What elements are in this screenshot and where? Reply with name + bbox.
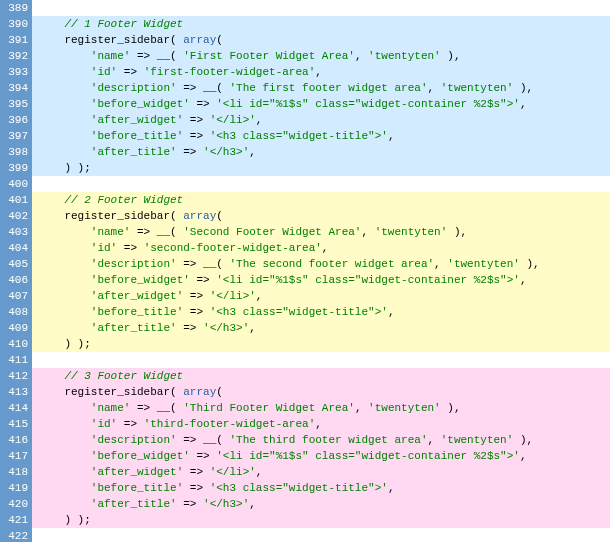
- code-line: 390 // 1 Footer Widget: [0, 16, 610, 32]
- code-content[interactable]: 'name' => __( 'Third Footer Widget Area'…: [32, 400, 610, 416]
- code-line: 405 'description' => __( 'The second foo…: [0, 256, 610, 272]
- code-content[interactable]: 'after_widget' => '</li>',: [32, 112, 610, 128]
- code-content[interactable]: [32, 0, 610, 16]
- line-number: 390: [0, 16, 32, 32]
- line-number: 403: [0, 224, 32, 240]
- line-number: 406: [0, 272, 32, 288]
- code-content[interactable]: 'description' => __( 'The first footer w…: [32, 80, 610, 96]
- line-number: 422: [0, 528, 32, 542]
- code-content[interactable]: 'before_title' => '<h3 class="widget-tit…: [32, 304, 610, 320]
- code-content[interactable]: 'name' => __( 'First Footer Widget Area'…: [32, 48, 610, 64]
- code-line: 393 'id' => 'first-footer-widget-area',: [0, 64, 610, 80]
- code-content[interactable]: ) );: [32, 336, 610, 352]
- line-number: 415: [0, 416, 32, 432]
- code-content[interactable]: register_sidebar( array(: [32, 208, 610, 224]
- code-line: 397 'before_title' => '<h3 class="widget…: [0, 128, 610, 144]
- code-line: 421 ) );: [0, 512, 610, 528]
- code-line: 408 'before_title' => '<h3 class="widget…: [0, 304, 610, 320]
- code-line: 420 'after_title' => '</h3>',: [0, 496, 610, 512]
- line-number: 401: [0, 192, 32, 208]
- code-content[interactable]: ) );: [32, 512, 610, 528]
- line-number: 398: [0, 144, 32, 160]
- code-line: 412 // 3 Footer Widget: [0, 368, 610, 384]
- code-content[interactable]: 'description' => __( 'The third footer w…: [32, 432, 610, 448]
- line-number: 418: [0, 464, 32, 480]
- line-number: 391: [0, 32, 32, 48]
- code-content[interactable]: 'id' => 'third-footer-widget-area',: [32, 416, 610, 432]
- code-line: 395 'before_widget' => '<li id="%1$s" cl…: [0, 96, 610, 112]
- code-line: 398 'after_title' => '</h3>',: [0, 144, 610, 160]
- code-content[interactable]: [32, 352, 610, 368]
- line-number: 417: [0, 448, 32, 464]
- line-number: 399: [0, 160, 32, 176]
- line-number: 393: [0, 64, 32, 80]
- code-content[interactable]: 'id' => 'second-footer-widget-area',: [32, 240, 610, 256]
- line-number: 394: [0, 80, 32, 96]
- code-content[interactable]: 'before_widget' => '<li id="%1$s" class=…: [32, 272, 610, 288]
- code-content[interactable]: // 2 Footer Widget: [32, 192, 610, 208]
- code-content[interactable]: [32, 176, 610, 192]
- code-content[interactable]: 'after_title' => '</h3>',: [32, 320, 610, 336]
- line-number: 412: [0, 368, 32, 384]
- code-content[interactable]: register_sidebar( array(: [32, 384, 610, 400]
- line-number: 410: [0, 336, 32, 352]
- code-line: 396 'after_widget' => '</li>',: [0, 112, 610, 128]
- code-line: 389: [0, 0, 610, 16]
- code-content[interactable]: // 1 Footer Widget: [32, 16, 610, 32]
- line-number: 402: [0, 208, 32, 224]
- code-line: 410 ) );: [0, 336, 610, 352]
- line-number: 416: [0, 432, 32, 448]
- code-line: 414 'name' => __( 'Third Footer Widget A…: [0, 400, 610, 416]
- code-line: 409 'after_title' => '</h3>',: [0, 320, 610, 336]
- code-line: 401 // 2 Footer Widget: [0, 192, 610, 208]
- code-line: 404 'id' => 'second-footer-widget-area',: [0, 240, 610, 256]
- code-content[interactable]: 'before_title' => '<h3 class="widget-tit…: [32, 480, 610, 496]
- code-line: 392 'name' => __( 'First Footer Widget A…: [0, 48, 610, 64]
- code-line: 417 'before_widget' => '<li id="%1$s" cl…: [0, 448, 610, 464]
- code-content[interactable]: 'after_widget' => '</li>',: [32, 288, 610, 304]
- line-number: 414: [0, 400, 32, 416]
- code-content[interactable]: // 3 Footer Widget: [32, 368, 610, 384]
- code-content[interactable]: 'after_title' => '</h3>',: [32, 144, 610, 160]
- line-number: 400: [0, 176, 32, 192]
- line-number: 389: [0, 0, 32, 16]
- line-number: 409: [0, 320, 32, 336]
- code-content[interactable]: 'after_widget' => '</li>',: [32, 464, 610, 480]
- line-number: 411: [0, 352, 32, 368]
- line-number: 395: [0, 96, 32, 112]
- code-content[interactable]: 'before_widget' => '<li id="%1$s" class=…: [32, 96, 610, 112]
- code-line: 415 'id' => 'third-footer-widget-area',: [0, 416, 610, 432]
- line-number: 408: [0, 304, 32, 320]
- line-number: 420: [0, 496, 32, 512]
- line-number: 405: [0, 256, 32, 272]
- line-number: 421: [0, 512, 32, 528]
- code-line: 399 ) );: [0, 160, 610, 176]
- code-line: 422: [0, 528, 610, 542]
- code-line: 402 register_sidebar( array(: [0, 208, 610, 224]
- code-content[interactable]: 'id' => 'first-footer-widget-area',: [32, 64, 610, 80]
- code-line: 391 register_sidebar( array(: [0, 32, 610, 48]
- code-line: 413 register_sidebar( array(: [0, 384, 610, 400]
- code-content[interactable]: 'before_title' => '<h3 class="widget-tit…: [32, 128, 610, 144]
- line-number: 407: [0, 288, 32, 304]
- code-content[interactable]: ) );: [32, 160, 610, 176]
- line-number: 404: [0, 240, 32, 256]
- code-line: 407 'after_widget' => '</li>',: [0, 288, 610, 304]
- code-line: 419 'before_title' => '<h3 class="widget…: [0, 480, 610, 496]
- line-number: 392: [0, 48, 32, 64]
- code-line: 418 'after_widget' => '</li>',: [0, 464, 610, 480]
- code-content[interactable]: register_sidebar( array(: [32, 32, 610, 48]
- code-content[interactable]: 'name' => __( 'Second Footer Widget Area…: [32, 224, 610, 240]
- code-line: 411: [0, 352, 610, 368]
- code-line: 403 'name' => __( 'Second Footer Widget …: [0, 224, 610, 240]
- code-line: 416 'description' => __( 'The third foot…: [0, 432, 610, 448]
- code-content[interactable]: 'before_widget' => '<li id="%1$s" class=…: [32, 448, 610, 464]
- code-line: 400: [0, 176, 610, 192]
- line-number: 397: [0, 128, 32, 144]
- line-number: 396: [0, 112, 32, 128]
- line-number: 419: [0, 480, 32, 496]
- code-content[interactable]: 'after_title' => '</h3>',: [32, 496, 610, 512]
- code-line: 406 'before_widget' => '<li id="%1$s" cl…: [0, 272, 610, 288]
- code-content[interactable]: [32, 528, 610, 542]
- code-content[interactable]: 'description' => __( 'The second footer …: [32, 256, 610, 272]
